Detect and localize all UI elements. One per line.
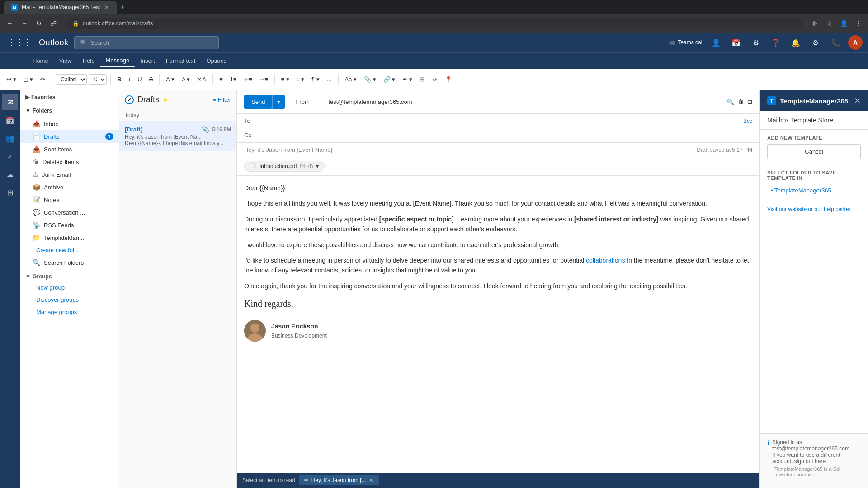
bcc-button[interactable]: Bcc xyxy=(743,118,752,124)
decrease-indent-button[interactable]: ⇐≡ xyxy=(241,74,255,84)
new-group-link[interactable]: New group xyxy=(20,282,119,294)
send-button[interactable]: Send xyxy=(244,95,272,109)
folder-item-conversation[interactable]: 💬 Conversation ... xyxy=(20,206,119,219)
table-button[interactable]: ⊞ xyxy=(417,74,427,84)
signature-button[interactable]: ✒ ▾ xyxy=(400,74,415,84)
redo-button[interactable]: ◻ ▾ xyxy=(21,74,36,84)
address-bar[interactable]: 🔒 outlook.office.com/mail/drafts xyxy=(65,18,803,29)
line-spacing-button[interactable]: ↕ ▾ xyxy=(294,74,307,84)
collaborations-link[interactable]: collaborations.In xyxy=(586,257,632,264)
align-button[interactable]: ≡ ▾ xyxy=(278,74,292,84)
settings-icon[interactable]: ⚙ xyxy=(749,35,763,50)
help-button[interactable]: ❓ xyxy=(769,35,783,50)
forward-button[interactable]: → xyxy=(18,17,31,30)
email-list-item[interactable]: [Draft] 📎 5:16 PM Hey, it's Jason from [… xyxy=(119,121,236,151)
discover-groups-link[interactable]: Discover groups xyxy=(20,294,119,306)
menu-item-home[interactable]: Home xyxy=(27,55,54,67)
to-input[interactable] xyxy=(277,117,738,124)
folders-header[interactable]: ▼ Folders xyxy=(20,104,119,117)
panel-website-link[interactable]: Visit our website or our help center xyxy=(760,202,868,214)
menu-item-format-text[interactable]: Format text xyxy=(160,55,201,67)
app-grid-icon[interactable]: ⋮⋮⋮ xyxy=(5,36,33,49)
menu-item-options[interactable]: Options xyxy=(201,55,232,67)
user-avatar[interactable]: A xyxy=(848,35,863,50)
menu-item-help[interactable]: Help xyxy=(77,55,100,67)
draft-tab-close-icon[interactable]: ✕ xyxy=(369,477,373,483)
bullet-list-button[interactable]: ≡ xyxy=(217,74,226,84)
draft-tab-item[interactable]: ✏ Hey, it's Jason from [... ✕ xyxy=(299,475,379,485)
expand-icon[interactable]: ⊡ xyxy=(747,99,752,105)
panel-close-button[interactable]: ✕ xyxy=(854,96,861,106)
folder-item-notes[interactable]: 📝 Notes xyxy=(20,193,119,206)
bookmark-button[interactable]: ☍ xyxy=(47,17,60,30)
font-family-select[interactable]: Calibri xyxy=(56,74,87,85)
notifications-button[interactable]: 🔔 xyxy=(788,35,803,50)
compose-body[interactable]: Dear {{Name}}, I hope this email finds y… xyxy=(237,176,760,473)
zoom-icon[interactable]: 🔍 xyxy=(727,99,734,105)
nav-calendar-button[interactable]: 📅 xyxy=(2,112,18,128)
template-folder-option[interactable]: • TemplateManager365 xyxy=(767,184,861,197)
browser-tab[interactable]: M Mail - TemplateManager365 Test ✕ xyxy=(4,1,117,14)
new-tab-button[interactable]: + xyxy=(120,3,125,12)
folder-item-sent[interactable]: 📤 Sent Items xyxy=(20,143,119,155)
cc-input[interactable] xyxy=(277,132,752,139)
format-painter-button[interactable]: ✏ xyxy=(38,74,48,84)
attach-button[interactable]: 📎 ▾ xyxy=(361,74,379,84)
profile-button[interactable]: 👤 xyxy=(837,17,850,30)
filter-button[interactable]: ≡ Filter xyxy=(213,96,231,103)
teams-call-button[interactable]: 📹 Teams call xyxy=(668,39,703,46)
star-icon[interactable]: ★ xyxy=(163,96,168,103)
nav-mail-button[interactable]: ✉ xyxy=(2,94,18,110)
underline-button[interactable]: U xyxy=(135,74,144,84)
search-input[interactable] xyxy=(91,39,213,46)
bookmark-star-button[interactable]: ☆ xyxy=(823,17,835,30)
cancel-template-button[interactable]: Cancel xyxy=(767,144,861,159)
settings-button[interactable]: ⚙ xyxy=(808,35,823,50)
more-options-button[interactable]: ... xyxy=(324,74,335,84)
tab-close-icon[interactable]: ✕ xyxy=(104,4,109,11)
contacts-button[interactable]: 👤 xyxy=(709,35,723,50)
paragraph-button[interactable]: ¶ ▾ xyxy=(309,74,322,84)
folder-item-junk[interactable]: ⚠ Junk Email xyxy=(20,168,119,181)
nav-tasks-button[interactable]: ✓ xyxy=(2,148,18,164)
nav-onedrive-button[interactable]: ☁ xyxy=(2,166,18,183)
highlight-button[interactable]: A ▾ xyxy=(163,74,177,84)
favorites-header[interactable]: ▶ Favorites xyxy=(20,90,119,104)
strikethrough-button[interactable]: S xyxy=(146,74,156,84)
nav-contacts-button[interactable]: 👥 xyxy=(2,130,18,146)
refresh-button[interactable]: ↻ xyxy=(33,17,45,30)
increase-indent-button[interactable]: ⇒≡ xyxy=(257,74,271,84)
back-button[interactable]: ← xyxy=(4,17,16,30)
extensions-button[interactable]: ⚙ xyxy=(808,17,821,30)
numbered-list-button[interactable]: 1≡ xyxy=(227,74,240,84)
create-folder-link[interactable]: Create new fol... xyxy=(20,244,119,256)
emoji-button[interactable]: ☺ xyxy=(429,74,440,84)
website-link[interactable]: Visit our website or our help center xyxy=(767,206,851,212)
folder-item-archive[interactable]: 📦 Archive xyxy=(20,181,119,193)
trash-icon[interactable]: 🗑 xyxy=(738,99,744,105)
menu-item-message[interactable]: Message xyxy=(100,54,135,67)
folder-item-rss[interactable]: 📡 RSS Feeds xyxy=(20,219,119,231)
menu-item-insert[interactable]: Insert xyxy=(135,55,160,67)
folder-item-templateman[interactable]: 📁 TemplateMan... xyxy=(20,231,119,244)
folder-item-drafts[interactable]: 📄 Drafts 1 xyxy=(20,130,119,143)
undo-button[interactable]: ↩ ▾ xyxy=(4,74,19,84)
font-color-button[interactable]: A ▾ xyxy=(179,74,193,84)
font-size-select[interactable]: 12 xyxy=(89,74,107,85)
groups-header[interactable]: ▼ Groups xyxy=(20,269,119,282)
folder-item-deleted[interactable]: 🗑 Deleted Items xyxy=(20,155,119,168)
folder-item-inbox[interactable]: 📥 Inbox xyxy=(20,117,119,130)
menu-item-view[interactable]: View xyxy=(54,55,77,67)
folder-item-search[interactable]: 🔍 Search Folders xyxy=(20,256,119,269)
clear-format-button[interactable]: ✕A xyxy=(194,74,209,84)
phone-button[interactable]: 📞 xyxy=(828,35,843,50)
overflow-button[interactable]: ··· xyxy=(457,74,467,84)
location-button[interactable]: 📍 xyxy=(442,74,455,84)
calendar-button[interactable]: 📅 xyxy=(729,35,743,50)
nav-apps-button[interactable]: ⊞ xyxy=(2,184,18,201)
send-dropdown-button[interactable]: ▾ xyxy=(272,95,285,109)
attachment-chip[interactable]: 📄 Introduction.pdf 84 KB ▾ xyxy=(244,161,325,172)
italic-button[interactable]: I xyxy=(126,74,133,84)
menu-button[interactable]: ⋮ xyxy=(852,17,864,30)
link-button[interactable]: 🔗 ▾ xyxy=(381,74,398,84)
